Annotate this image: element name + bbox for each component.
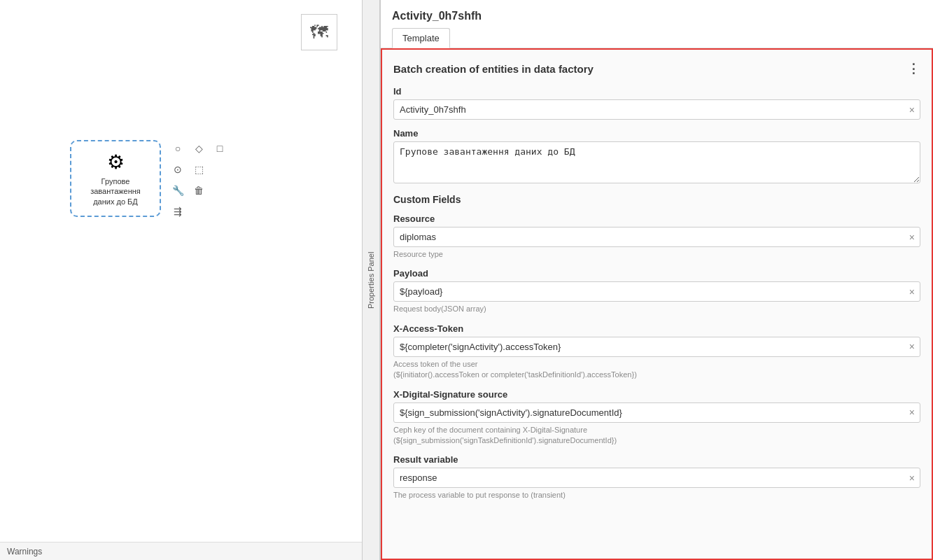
name-input[interactable]: Групове завантаження даних до БД: [393, 141, 920, 183]
circle-dots-icon[interactable]: ⊙: [169, 161, 186, 178]
x-access-token-field-group: X-Access-Token × Access token of the use…: [393, 323, 920, 381]
dotted-rect-icon[interactable]: ⬚: [190, 161, 207, 178]
right-panel: Activity_0h7shfh Template Batch creation…: [380, 0, 933, 560]
x-access-token-clear-button[interactable]: ×: [909, 342, 915, 351]
x-digital-signature-field-group: X-Digital-Signature source × Ceph key of…: [393, 389, 920, 447]
panel-title: Activity_0h7shfh: [392, 10, 922, 22]
section-title-text: Batch creation of entities in data facto…: [393, 63, 594, 75]
tab-template[interactable]: Template: [392, 28, 450, 48]
result-variable-label: Result variable: [393, 454, 920, 465]
id-label: Id: [393, 86, 920, 97]
id-input[interactable]: [393, 99, 920, 120]
name-label: Name: [393, 128, 920, 139]
properties-panel-tab[interactable]: Properties Panel: [362, 0, 380, 560]
warnings-label: Warnings: [7, 547, 42, 556]
section-menu-icon[interactable]: ⋮: [907, 61, 920, 76]
result-variable-input-wrapper: ×: [393, 468, 920, 488]
payload-input[interactable]: [393, 281, 920, 302]
result-variable-input[interactable]: [393, 468, 920, 488]
circle-icon[interactable]: ○: [169, 140, 186, 157]
result-variable-hint: The process variable to put response to …: [393, 490, 920, 500]
resource-type-hint: Resource type: [393, 249, 920, 260]
resource-clear-button[interactable]: ×: [909, 232, 915, 242]
x-access-token-input-wrapper: ×: [393, 337, 920, 357]
resource-label: Resource: [393, 214, 920, 224]
wrench-icon[interactable]: 🔧: [169, 182, 186, 199]
payload-input-wrapper: ×: [393, 281, 920, 302]
payload-label: Payload: [393, 268, 920, 279]
toolbar-row-1: ○ ◇ □: [169, 140, 228, 157]
x-access-token-hint: Access token of the user (${initiator().…: [393, 359, 920, 381]
custom-fields-title: Custom Fields: [393, 194, 920, 205]
bpmn-node[interactable]: ⚙ Груповезавантаженняданих до БД: [70, 140, 161, 217]
node-toolbar: ○ ◇ □ ⊙ ⬚ 🔧 🗑 ⇶: [169, 140, 228, 220]
bpmn-node-label: Груповезавантаженняданих до БД: [90, 176, 141, 206]
toolbar-row-3: 🔧 🗑: [169, 182, 228, 199]
trash-icon[interactable]: 🗑: [190, 182, 207, 199]
result-variable-clear-button[interactable]: ×: [909, 473, 915, 483]
payload-field-group: Payload × Request body(JSON array): [393, 268, 920, 314]
toolbar-row-4: ⇶: [169, 203, 228, 220]
result-variable-field-group: Result variable × The process variable t…: [393, 454, 920, 500]
map-icon: 🗺: [310, 22, 328, 43]
panel-tabs: Template: [392, 28, 922, 48]
map-icon-button[interactable]: 🗺: [301, 14, 337, 50]
warnings-bar: Warnings: [0, 542, 362, 560]
toolbar-row-2: ⊙ ⬚: [169, 161, 228, 178]
properties-content: Batch creation of entities in data facto…: [381, 48, 933, 560]
diamond-icon[interactable]: ◇: [190, 140, 207, 157]
rect-icon[interactable]: □: [211, 140, 228, 157]
x-access-token-label: X-Access-Token: [393, 323, 920, 334]
canvas-area: 🗺 ⚙ Груповезавантаженняданих до БД ○ ◇ □…: [0, 0, 362, 560]
resource-input-wrapper: ×: [393, 227, 920, 247]
arrows-icon[interactable]: ⇶: [169, 203, 186, 220]
id-field-group: Id ×: [393, 86, 920, 120]
panel-header: Activity_0h7shfh Template: [381, 0, 933, 48]
payload-hint: Request body(JSON array): [393, 304, 920, 314]
id-input-wrapper: ×: [393, 99, 920, 120]
payload-clear-button[interactable]: ×: [909, 287, 915, 297]
gear-icon: ⚙: [107, 150, 125, 174]
resource-input[interactable]: [393, 227, 920, 247]
x-access-token-input[interactable]: [393, 337, 920, 357]
x-digital-signature-hint: Ceph key of the document containing X-Di…: [393, 425, 920, 447]
main-container: 🗺 ⚙ Груповезавантаженняданих до БД ○ ◇ □…: [0, 0, 933, 560]
x-digital-signature-input[interactable]: [393, 402, 920, 423]
resource-field-group: Resource × Resource type: [393, 214, 920, 260]
section-title: Batch creation of entities in data facto…: [393, 61, 920, 76]
id-clear-button[interactable]: ×: [909, 105, 915, 115]
x-digital-signature-clear-button[interactable]: ×: [909, 407, 915, 417]
x-digital-signature-label: X-Digital-Signature source: [393, 389, 920, 400]
x-digital-signature-input-wrapper: ×: [393, 402, 920, 423]
name-field-group: Name Групове завантаження даних до БД: [393, 128, 920, 186]
